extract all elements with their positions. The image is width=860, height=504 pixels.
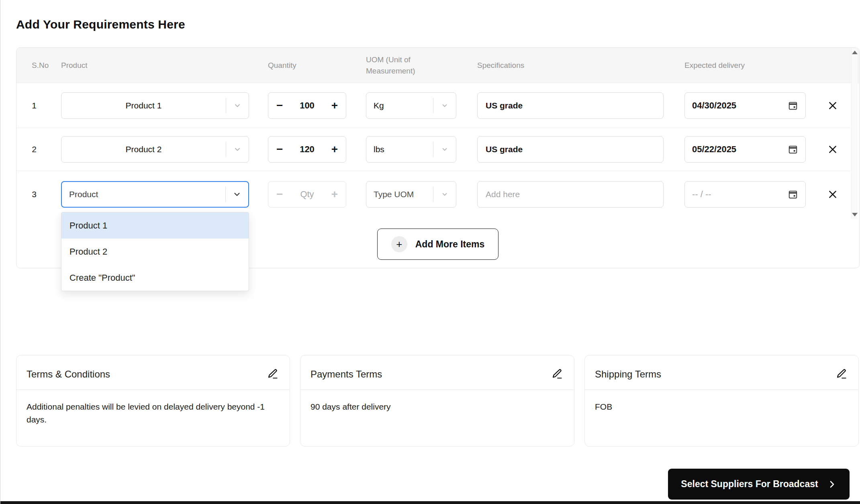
- shipping-terms-title: Shipping Terms: [595, 369, 661, 380]
- row2-product-select[interactable]: Product 2: [61, 136, 249, 163]
- row1-date-input[interactable]: 04/30/2025: [684, 92, 806, 119]
- table-scrollbar[interactable]: [851, 48, 858, 219]
- product-dropdown: Product 1 Product 2 Create "Product": [61, 212, 249, 291]
- chevron-down-icon[interactable]: [433, 191, 456, 198]
- row1-sno: 1: [22, 101, 46, 110]
- dropdown-item-product-2[interactable]: Product 2: [61, 239, 249, 265]
- broadcast-button-label: Select Suppliers For Broadcast: [681, 479, 818, 490]
- payments-terms-text: 90 days after delivery: [300, 390, 574, 413]
- requirements-page: Add Your Requirements Here S.No Product …: [0, 0, 860, 504]
- row3-specifications-input[interactable]: Add here: [477, 181, 664, 208]
- terms-conditions-text: Additional penalties will be levied on d…: [16, 390, 290, 426]
- shipping-terms-text: FOB: [585, 390, 858, 413]
- row2-delete-button[interactable]: [824, 141, 842, 158]
- chevron-down-icon[interactable]: [226, 102, 249, 110]
- row1-uom-select[interactable]: Kg: [366, 92, 456, 119]
- row3-delete-button[interactable]: [824, 186, 842, 203]
- plus-icon: +: [391, 236, 407, 252]
- add-more-items-button[interactable]: + Add More Items: [377, 229, 498, 260]
- row3-uom-placeholder: Type UOM: [366, 190, 433, 199]
- terms-conditions-title: Terms & Conditions: [27, 369, 110, 380]
- row1-specifications-input[interactable]: US grade: [477, 92, 664, 119]
- row2-date-input[interactable]: 05/22/2025: [684, 136, 806, 163]
- row3-date-placeholder: -- / --: [692, 189, 711, 200]
- row1-quantity-stepper: − 100 +: [268, 92, 346, 119]
- header-product: Product: [61, 48, 87, 83]
- card-header: Payments Terms: [300, 355, 574, 390]
- chevron-down-icon[interactable]: [433, 146, 456, 153]
- chevron-down-icon[interactable]: [226, 190, 248, 199]
- row3-sno: 3: [22, 190, 46, 199]
- page-title: Add Your Requirements Here: [16, 18, 185, 31]
- header-quantity: Quantity: [268, 48, 296, 83]
- row1-product-select[interactable]: Product 1: [61, 92, 249, 119]
- plus-button[interactable]: +: [331, 189, 338, 200]
- dropdown-item-product-1[interactable]: Product 1: [61, 212, 249, 239]
- header-uom: UOM (Unit of Measurement): [366, 48, 418, 83]
- calendar-icon[interactable]: [788, 189, 798, 200]
- payments-terms-card: Payments Terms 90 days after delivery: [300, 355, 574, 447]
- minus-button[interactable]: −: [276, 144, 283, 155]
- row3-date-input[interactable]: -- / --: [684, 181, 806, 208]
- row1-quantity-value[interactable]: 100: [300, 100, 315, 111]
- card-header: Shipping Terms: [585, 355, 858, 390]
- terms-conditions-card: Terms & Conditions Additional penalties …: [16, 355, 290, 447]
- calendar-icon[interactable]: [788, 144, 798, 155]
- table-row: 2 Product 2 − 120 + lbs US grade: [16, 128, 850, 171]
- card-header: Terms & Conditions: [16, 355, 290, 390]
- chevron-down-icon[interactable]: [226, 145, 249, 153]
- add-more-items-label: Add More Items: [415, 239, 485, 250]
- scroll-up-icon[interactable]: [852, 51, 858, 54]
- row2-specifications-input[interactable]: US grade: [477, 136, 664, 163]
- header-specifications: Specifications: [477, 48, 524, 83]
- row3-product-input-value[interactable]: Product: [62, 190, 225, 199]
- header-expected-delivery: Expected delivery: [684, 48, 745, 83]
- plus-button[interactable]: +: [331, 100, 338, 111]
- header-sno: S.No: [32, 48, 49, 83]
- table-header-row: S.No Product Quantity UOM (Unit of Measu…: [16, 48, 859, 83]
- row2-product-value: Product 2: [61, 145, 226, 154]
- table-row: 3 Product − Qty + Type UOM Add here: [16, 171, 850, 217]
- chevron-down-icon[interactable]: [433, 102, 456, 109]
- shipping-terms-card: Shipping Terms FOB: [584, 355, 859, 447]
- row2-sno: 2: [22, 145, 46, 154]
- row2-quantity-stepper: − 120 +: [268, 136, 346, 163]
- row2-quantity-value[interactable]: 120: [300, 144, 315, 155]
- minus-button[interactable]: −: [276, 189, 283, 200]
- row3-quantity-placeholder[interactable]: Qty: [300, 189, 314, 200]
- bottom-divider: [0, 501, 860, 504]
- edit-icon[interactable]: [551, 367, 564, 380]
- dropdown-item-create-product[interactable]: Create "Product": [61, 265, 249, 291]
- requirements-table: S.No Product Quantity UOM (Unit of Measu…: [16, 47, 860, 268]
- row1-uom-value: Kg: [366, 101, 433, 110]
- row1-product-value: Product 1: [61, 101, 226, 110]
- row2-uom-value: lbs: [366, 145, 433, 154]
- calendar-icon[interactable]: [788, 100, 798, 111]
- scroll-down-icon[interactable]: [852, 213, 858, 216]
- row1-delete-button[interactable]: [824, 97, 842, 114]
- plus-button[interactable]: +: [331, 144, 338, 155]
- minus-button[interactable]: −: [276, 100, 283, 111]
- row2-date-value: 05/22/2025: [692, 144, 736, 155]
- payments-terms-title: Payments Terms: [310, 369, 382, 380]
- row2-uom-select[interactable]: lbs: [366, 136, 456, 163]
- row3-uom-select[interactable]: Type UOM: [366, 181, 456, 208]
- edit-icon[interactable]: [835, 367, 848, 380]
- row3-quantity-stepper: − Qty +: [268, 181, 346, 208]
- row3-product-select[interactable]: Product: [61, 181, 249, 208]
- table-row: 1 Product 1 − 100 + Kg US grade: [16, 83, 850, 128]
- chevron-right-icon: [827, 480, 837, 489]
- edit-icon[interactable]: [266, 367, 279, 380]
- select-suppliers-broadcast-button[interactable]: Select Suppliers For Broadcast: [668, 469, 850, 500]
- row1-date-value: 04/30/2025: [692, 100, 736, 111]
